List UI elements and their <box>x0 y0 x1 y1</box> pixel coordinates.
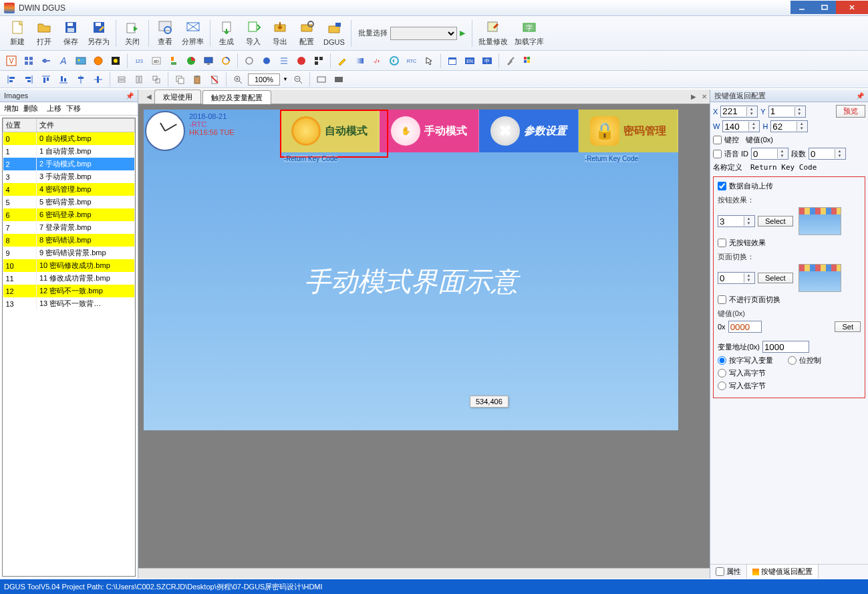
pin-icon[interactable]: 📌 <box>126 92 134 100</box>
open-button[interactable]: 打开 <box>31 18 57 49</box>
page-switch-select[interactable]: Select <box>758 273 793 283</box>
save-button[interactable]: 保存 <box>57 18 84 49</box>
table-row[interactable]: 44 密码管理.bmp <box>3 183 135 196</box>
add-image-button[interactable]: 增加 <box>3 104 20 114</box>
no-page-switch-checkbox[interactable] <box>718 295 726 304</box>
new-button[interactable]: 新建 <box>4 18 31 49</box>
tool-123-icon[interactable]: 123 <box>132 53 146 68</box>
tool-list-icon[interactable] <box>277 53 291 68</box>
zoom-in-icon[interactable] <box>231 72 245 87</box>
align-bottom-icon[interactable] <box>56 72 71 87</box>
tool-pie-icon[interactable] <box>184 53 198 68</box>
tab-welcome[interactable]: 欢迎使用 <box>154 90 201 104</box>
table-row[interactable]: 1010 密码修改成功.bmp <box>3 259 135 272</box>
align-top-icon[interactable] <box>39 72 53 87</box>
save-as-button[interactable]: 另存为 <box>84 18 113 49</box>
tool-dot-icon[interactable] <box>259 53 274 68</box>
tool-cursor-icon[interactable] <box>422 53 436 68</box>
table-row[interactable]: 00 自动模式.bmp <box>3 132 135 146</box>
export-button[interactable]: 导出 <box>267 18 293 49</box>
btn-effect-select[interactable]: Select <box>758 216 793 227</box>
table-row[interactable]: 99 密码错误背景.bmp <box>3 247 135 259</box>
load-font-button[interactable]: 字加载字库 <box>511 18 547 49</box>
align-left-icon[interactable] <box>4 72 19 87</box>
batch-edit-button[interactable]: 批量修改 <box>475 18 511 49</box>
canvas-scrollbar[interactable] <box>138 568 710 579</box>
table-row[interactable]: 66 密码登录.bmp <box>3 208 135 221</box>
same-width-icon[interactable] <box>114 72 129 87</box>
tool-qr-icon[interactable] <box>311 53 326 68</box>
tool-calendar-icon[interactable] <box>445 53 460 68</box>
tool-grid-icon[interactable] <box>21 53 36 68</box>
mode-password-button[interactable]: 🔒密码管理 <box>579 110 678 152</box>
h-input[interactable] <box>771 122 797 132</box>
move-down-button[interactable]: 下移 <box>65 104 82 114</box>
radio-low-byte[interactable] <box>718 382 726 390</box>
tool-anim-icon[interactable] <box>219 53 233 68</box>
tab-attributes[interactable]: 属性 <box>710 565 747 579</box>
tab-key-config[interactable]: 按键值返回配置 <box>747 565 819 579</box>
table-row[interactable]: 77 登录背景.bmp <box>3 221 135 234</box>
preview-button[interactable]: 预览 <box>836 105 865 118</box>
tool-en-icon[interactable]: EN <box>462 53 477 68</box>
mode-manual-button[interactable]: ✋手动模式 <box>380 110 479 152</box>
move-up-button[interactable]: 上移 <box>45 104 63 114</box>
zoom-input[interactable] <box>248 73 280 86</box>
y-input[interactable] <box>769 106 794 116</box>
maximize-button[interactable] <box>813 1 836 14</box>
table-row[interactable]: 33 手动背景.bmp <box>3 170 135 183</box>
align-vcenter-icon[interactable] <box>91 72 106 87</box>
table-row[interactable]: 88 密码错误.bmp <box>3 234 135 247</box>
mode-auto-button[interactable]: 自动模式 <box>280 110 380 152</box>
tab-touch-config[interactable]: 触控及变量配置 <box>202 90 271 104</box>
segments-input[interactable] <box>809 149 835 159</box>
tool-page-icon[interactable] <box>108 53 123 68</box>
table-row[interactable]: 55 密码背景.bmp <box>3 196 135 208</box>
paste-icon[interactable] <box>190 72 204 87</box>
tool-pencil-icon[interactable] <box>335 53 349 68</box>
tool-circle-icon[interactable] <box>242 53 257 68</box>
zoom-dropdown-icon[interactable]: ▼ <box>283 76 288 82</box>
same-size-icon[interactable] <box>149 72 164 87</box>
pin-right-icon[interactable]: 📌 <box>856 92 864 100</box>
resolution-button[interactable]: 分辨率 <box>178 18 207 49</box>
tool-align-icon[interactable] <box>166 53 181 68</box>
tool-gradient-icon[interactable] <box>352 53 367 68</box>
var-addr-input[interactable] <box>762 341 809 353</box>
table-row[interactable]: 1212 密码不一致.bmp <box>3 285 135 297</box>
table-row[interactable]: 1313 密码不一致背… <box>3 297 135 310</box>
radio-bit-control[interactable] <box>788 356 797 365</box>
generate-button[interactable]: 生成 <box>213 18 240 49</box>
import-button[interactable]: 导入 <box>240 18 267 49</box>
align-right-icon[interactable] <box>21 72 36 87</box>
voice-id-input[interactable] <box>752 149 777 159</box>
x-input[interactable] <box>721 106 746 116</box>
images-table[interactable]: 位置文件 00 自动模式.bmp11 自动背景.bmp22 手动模式.bmp33… <box>3 118 135 310</box>
radio-high-byte[interactable] <box>718 369 726 378</box>
tab-next-icon[interactable]: ▶ <box>688 90 699 104</box>
tool-tools-icon[interactable] <box>503 53 518 68</box>
table-row[interactable]: 1111 修改成功背景.bmp <box>3 272 135 285</box>
table-row[interactable]: 11 自动背景.bmp <box>3 145 135 158</box>
set-button[interactable]: Set <box>835 321 861 332</box>
tool-v-icon[interactable]: V <box>4 53 19 68</box>
tool-text-icon[interactable]: A <box>56 53 71 68</box>
batch-dropdown[interactable] <box>390 27 457 40</box>
delete-image-button[interactable]: 删除 <box>22 104 39 114</box>
radio-write-word[interactable] <box>718 356 726 365</box>
dgus-button[interactable]: DGUS <box>320 18 348 49</box>
tool-record-icon[interactable] <box>294 53 309 68</box>
copy-icon[interactable] <box>172 72 187 87</box>
tool-ab-icon[interactable]: ab <box>149 53 164 68</box>
tool-pm-icon[interactable]: -/+ <box>370 53 384 68</box>
btn-effect-input[interactable] <box>718 216 744 227</box>
screen2-icon[interactable] <box>331 72 346 87</box>
tab-close-icon[interactable]: ✕ <box>699 90 710 104</box>
keyctl-checkbox[interactable] <box>713 136 722 144</box>
zoom-out-icon[interactable] <box>291 72 305 87</box>
canvas-area[interactable]: 2018-08-21 -RTC HK16:56 TUE 自动模式 ✋手动模式 ✖… <box>138 104 710 568</box>
mode-param-button[interactable]: ✖参数设置 <box>479 110 579 152</box>
minimize-button[interactable] <box>790 1 813 14</box>
view-button[interactable]: 查看 <box>152 18 178 49</box>
tab-prev-icon[interactable]: ◀ <box>144 90 154 104</box>
